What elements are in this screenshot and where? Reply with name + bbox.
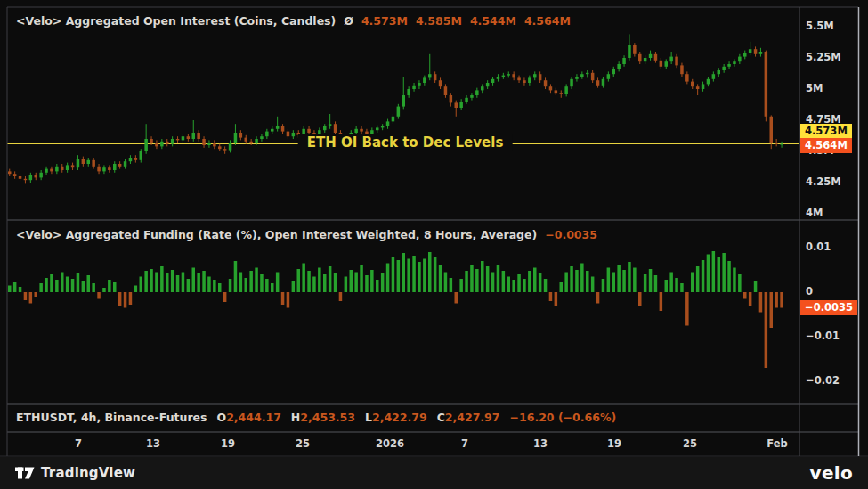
oi-price-axis[interactable]: 5.5M5.25M5M4.75M4.5M4.25M4M: [800, 0, 859, 220]
open-price: O2,444.17: [217, 411, 281, 424]
symbol-name: ETHUSDT, 4h, Binance-Futures: [16, 411, 207, 424]
time-axis-label: 13: [126, 437, 180, 450]
tradingview-logo-icon: [15, 467, 35, 479]
time-axis-label: Feb: [750, 437, 804, 450]
funding-last-value-badge: −0.0035: [800, 300, 857, 315]
time-axis-label: 7: [52, 437, 105, 450]
time-axis-label: 25: [276, 437, 329, 450]
y-axis-label: 5.25M: [806, 51, 841, 63]
oi-high-value: 4.585M: [416, 14, 462, 28]
y-axis-label: 5M: [806, 82, 823, 94]
oi-panel-title: <Velo> Aggregated Open Interest (Coins, …: [16, 14, 336, 28]
average-symbol-icon: Ø: [344, 14, 353, 28]
oi-open-value: 4.573M: [361, 14, 408, 28]
y-axis-label: −0.02: [806, 374, 840, 387]
time-axis-label: 7: [438, 437, 491, 450]
tradingview-chart-window: <Velo> Aggregated Open Interest (Coins, …: [0, 0, 868, 489]
hline-annotation-label[interactable]: ETH OI Back to Dec Levels: [298, 134, 513, 151]
funding-panel-legend[interactable]: <Velo> Aggregated Funding (Rate (%), Ope…: [16, 228, 597, 241]
oi-average-badge: 4.573M: [800, 124, 852, 139]
time-axis-label: 25: [663, 437, 717, 450]
y-axis-label: 4.25M: [806, 175, 841, 188]
close-price: C2,427.97: [437, 411, 500, 424]
y-axis-label: 4M: [806, 207, 823, 219]
high-price: H2,453.53: [291, 411, 355, 424]
velo-watermark: velo: [810, 462, 853, 484]
low-price: L2,422.79: [365, 411, 427, 424]
funding-panel-title: <Velo> Aggregated Funding (Rate (%), Ope…: [16, 228, 537, 241]
oi-low-value: 4.544M: [470, 14, 516, 28]
footer-bar: TradingView velo: [0, 457, 868, 489]
tradingview-brand[interactable]: TradingView: [15, 465, 135, 481]
y-axis-label: 5.5M: [806, 20, 834, 32]
time-axis-label: 19: [201, 437, 255, 450]
oi-last-price-badge: 4.564M: [800, 138, 852, 153]
time-axis-label: 19: [588, 437, 641, 450]
y-axis-label: 0.01: [806, 240, 831, 253]
oi-close-value: 4.564M: [524, 14, 571, 28]
time-axis-label: 2026: [363, 437, 417, 450]
price-change: −16.20 (−0.66%): [510, 411, 617, 424]
time-axis-label: 13: [514, 437, 567, 450]
symbol-info-row[interactable]: ETHUSDT, 4h, Binance-Futures O2,444.17 H…: [16, 411, 616, 424]
time-axis[interactable]: 713192520267131925Feb: [0, 432, 858, 456]
y-axis-label: 0: [806, 285, 813, 297]
funding-last-value: −0.0035: [545, 228, 597, 241]
oi-panel-legend[interactable]: <Velo> Aggregated Open Interest (Coins, …: [16, 14, 571, 28]
y-axis-label: −0.01: [806, 330, 840, 342]
tradingview-brand-name: TradingView: [41, 465, 135, 481]
